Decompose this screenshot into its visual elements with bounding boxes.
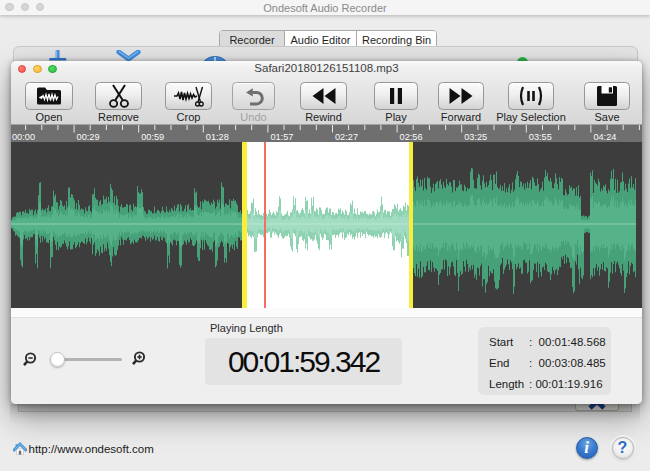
svg-text:04:24: 04:24	[593, 132, 616, 142]
svg-text:00:59: 00:59	[141, 132, 164, 142]
svg-text:01:28: 01:28	[206, 132, 229, 142]
svg-text:00:00: 00:00	[12, 132, 35, 142]
svg-text:02:56: 02:56	[400, 132, 423, 142]
svg-text:03:25: 03:25	[464, 132, 487, 142]
svg-text:01:57: 01:57	[270, 132, 293, 142]
svg-text:02:27: 02:27	[335, 132, 358, 142]
svg-text:00:29: 00:29	[77, 132, 100, 142]
svg-text:03:55: 03:55	[529, 132, 552, 142]
